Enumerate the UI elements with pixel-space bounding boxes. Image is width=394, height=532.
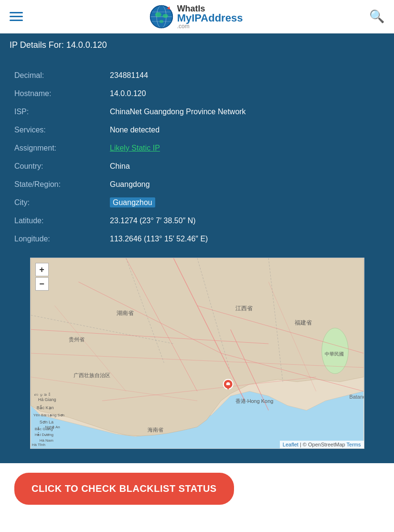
site-logo: WhatIs MyIPAddress .com <box>149 4 243 29</box>
table-row: Hostname: 14.0.0.120 <box>14 85 380 103</box>
osm-terms-link[interactable]: Terms <box>347 442 361 447</box>
assignment-label: Assignment: <box>14 144 110 152</box>
table-row: Longitude: 113.2646 (113° 15′ 52.46″ E) <box>14 230 380 248</box>
city-highlight: Guangzhou <box>110 197 155 207</box>
assignment-link[interactable]: Likely Static IP <box>110 144 380 152</box>
table-row: State/Region: Guangdong <box>14 175 380 194</box>
hostname-value: 14.0.0.120 <box>110 89 380 98</box>
map-container: + − <box>30 258 364 449</box>
latitude-value: 23.1274 (23° 7′ 38.50″ N) <box>110 217 380 225</box>
svg-text:Sơn La: Sơn La <box>39 420 53 424</box>
site-header: WhatIs MyIPAddress .com 🔍 <box>0 0 394 33</box>
svg-text:Hà Nam: Hà Nam <box>39 438 53 443</box>
logo-text: WhatIs MyIPAddress .com <box>177 4 243 29</box>
svg-text:中華民國: 中華民國 <box>324 351 343 357</box>
svg-text:Batanes: Batanes <box>349 394 364 400</box>
logo-myip: MyIPAddress <box>177 13 243 23</box>
table-row: Latitude: 23.1274 (23° 7′ 38.50″ N) <box>14 212 380 230</box>
table-row: Country: China <box>14 157 380 175</box>
table-row: Services: None detected <box>14 121 380 139</box>
svg-text:海南省: 海南省 <box>147 427 163 433</box>
state-label: State/Region: <box>14 180 110 189</box>
hostname-label: Hostname: <box>14 89 110 98</box>
country-value: China <box>110 162 380 171</box>
svg-text:广西壮族自治区: 广西壮族自治区 <box>74 372 110 378</box>
svg-point-7 <box>162 14 168 18</box>
logo-dotcom: .com <box>177 23 243 29</box>
svg-text:Bắc Kạn: Bắc Kạn <box>36 405 53 410</box>
table-row: City: Guangzhou <box>14 194 380 212</box>
svg-text:贵州省: 贵州省 <box>69 337 85 342</box>
map-attribution: Leaflet | © OpenStreetMap Terms <box>280 441 364 448</box>
services-label: Services: <box>14 126 110 134</box>
longitude-label: Longitude: <box>14 235 110 243</box>
svg-text:ကမ္ဘောဒိ: ကမ္ဘောဒိ <box>33 392 50 397</box>
leaflet-link[interactable]: Leaflet <box>283 442 298 447</box>
ip-details-title: IP Details For: 14.0.0.120 <box>10 40 107 50</box>
main-content: Decimal: 234881144 Hostname: 14.0.0.120 … <box>0 57 394 463</box>
svg-point-6 <box>155 12 161 17</box>
blacklist-section: CLICK TO CHECK BLACKLIST STATUS <box>0 463 394 514</box>
logo-globe-icon <box>149 5 173 29</box>
decimal-label: Decimal: <box>14 71 110 80</box>
svg-text:江西省: 江西省 <box>235 305 252 312</box>
hamburger-menu-button[interactable] <box>8 10 25 23</box>
city-value: Guangzhou <box>110 198 380 207</box>
ip-details-header: IP Details For: 14.0.0.120 <box>0 33 394 57</box>
table-row: ISP: ChinaNet Guangdong Province Network <box>14 103 380 121</box>
table-row: Decimal: 234881144 <box>14 66 380 85</box>
longitude-value: 113.2646 (113° 15′ 52.46″ E) <box>110 235 380 243</box>
isp-label: ISP: <box>14 108 110 116</box>
svg-text:Hải Dương: Hải Dương <box>34 432 53 437</box>
state-value: Guangdong <box>110 180 380 189</box>
map-svg: 湖南省 江西省 福建省 广西壮族自治区 中華民國 贵州省 香港·Hong Kon… <box>31 258 364 448</box>
city-label: City: <box>14 198 110 207</box>
latitude-label: Latitude: <box>14 217 110 225</box>
map-zoom-out-button[interactable]: − <box>35 277 49 291</box>
svg-text:Nghệ An: Nghệ An <box>45 425 60 429</box>
search-button[interactable]: 🔍 <box>367 7 386 26</box>
svg-text:香港·Hong Kong: 香港·Hong Kong <box>235 398 273 404</box>
country-label: Country: <box>14 162 110 171</box>
svg-point-8 <box>159 20 163 23</box>
osm-attribution: © OpenStreetMap <box>303 442 345 447</box>
services-value: None detected <box>110 126 380 134</box>
blacklist-check-button[interactable]: CLICK TO CHECK BLACKLIST STATUS <box>14 473 234 505</box>
isp-value: ChinaNet Guangdong Province Network <box>110 108 380 116</box>
svg-text:Yên Bái Lạng Sơn: Yên Bái Lạng Sơn <box>33 413 64 417</box>
map-zoom-in-button[interactable]: + <box>35 263 49 276</box>
info-table: Decimal: 234881144 Hostname: 14.0.0.120 … <box>14 66 380 248</box>
logo-whatis: WhatIs <box>177 4 243 13</box>
svg-text:Hà Giang: Hà Giang <box>38 397 56 402</box>
svg-text:湖南省: 湖南省 <box>116 310 133 316</box>
decimal-value: 234881144 <box>110 71 380 80</box>
map-zoom-controls: + − <box>35 263 49 291</box>
table-row: Assignment: Likely Static IP <box>14 139 380 157</box>
svg-text:福建省: 福建省 <box>294 319 311 326</box>
svg-text:Hà Tĩnh: Hà Tĩnh <box>32 443 45 447</box>
